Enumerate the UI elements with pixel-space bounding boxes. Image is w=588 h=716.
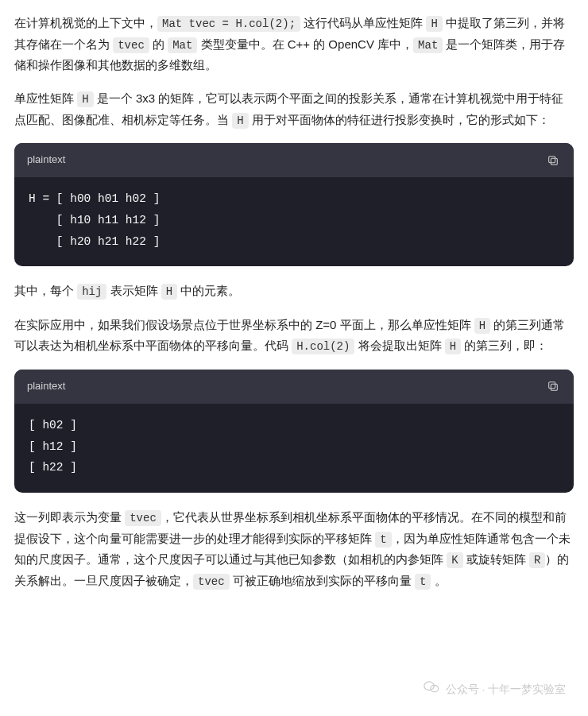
code-inline: H — [161, 284, 177, 300]
code-content: [ h02 ] [ h12 ] [ h22 ] — [14, 404, 574, 493]
code-inline: K — [447, 552, 462, 568]
text: 用于对平面物体的特征进行投影变换时，它的形式如下： — [249, 113, 550, 126]
code-inline: tvec — [113, 37, 149, 53]
code-inline: H — [426, 16, 442, 32]
copy-icon — [547, 380, 559, 393]
code-inline: tvec — [125, 510, 161, 526]
code-inline: Mat tvec = H.col(2); — [157, 16, 300, 32]
copy-icon — [547, 154, 559, 167]
text: 。 — [431, 574, 446, 587]
text: 或旋转矩阵 — [463, 552, 529, 566]
text: 其中，每个 — [14, 284, 77, 297]
paragraph-3: 其中，每个 hij 表示矩阵 H 中的元素。 — [14, 281, 574, 302]
text: 的 — [149, 37, 168, 51]
paragraph-4: 在实际应用中，如果我们假设场景点位于世界坐标系中的 Z=0 平面上，那么单应性矩… — [14, 315, 574, 357]
code-inline: t — [375, 532, 391, 548]
code-inline: H.col(2) — [292, 339, 354, 354]
code-language-label: plaintext — [27, 151, 65, 169]
svg-rect-0 — [551, 158, 557, 164]
text: 在计算机视觉的上下文中， — [14, 16, 157, 29]
paragraph-1: 在计算机视觉的上下文中，Mat tvec = H.col(2); 这行代码从单应… — [14, 13, 574, 75]
code-inline: H — [232, 113, 248, 129]
text: 表示矩阵 — [106, 284, 161, 297]
text: 类型变量中。在 C++ 的 OpenCV 库中， — [197, 37, 413, 51]
code-header: plaintext — [14, 143, 574, 177]
code-inline: H — [474, 318, 490, 334]
paragraph-2: 单应性矩阵 H 是一个 3x3 的矩阵，它可以表示两个平面之间的投影关系，通常在… — [14, 88, 574, 130]
code-inline: Mat — [168, 37, 197, 53]
copy-button[interactable] — [545, 153, 561, 168]
paragraph-5: 这一列即表示为变量 tvec，它代表从世界坐标系到相机坐标系平面物体的平移情况。… — [14, 507, 574, 591]
text: 将会提取出矩阵 — [354, 339, 444, 352]
code-inline: t — [415, 574, 431, 590]
text: 中的元素。 — [177, 284, 240, 297]
svg-rect-3 — [549, 382, 555, 389]
code-block-1: plaintext H = [ h00 h01 h02 ] [ h10 h11 … — [14, 143, 574, 266]
code-inline: H — [445, 339, 461, 354]
text: 的第三列，即： — [461, 339, 547, 352]
svg-rect-2 — [551, 385, 557, 391]
code-block-2: plaintext [ h02 ] [ h12 ] [ h22 ] — [14, 370, 574, 493]
text: 这一列即表示为变量 — [14, 510, 125, 524]
code-inline: Mat — [413, 37, 443, 53]
text: 这行代码从单应性矩阵 — [300, 16, 426, 29]
code-inline: tvec — [193, 574, 230, 590]
copy-button[interactable] — [545, 378, 561, 394]
svg-rect-1 — [549, 156, 555, 162]
code-language-label: plaintext — [27, 377, 65, 396]
code-content: H = [ h00 h01 h02 ] [ h10 h11 h12 ] [ h2… — [14, 177, 574, 266]
text: 在实际应用中，如果我们假设场景点位于世界坐标系中的 Z=0 平面上，那么单应性矩… — [14, 318, 474, 331]
code-inline: R — [529, 552, 545, 568]
code-inline: hij — [77, 284, 106, 300]
text: 单应性矩阵 — [14, 91, 77, 105]
text: 可被正确地缩放到实际的平移向量 — [230, 574, 415, 587]
code-header: plaintext — [14, 370, 574, 404]
code-inline: H — [77, 91, 93, 107]
